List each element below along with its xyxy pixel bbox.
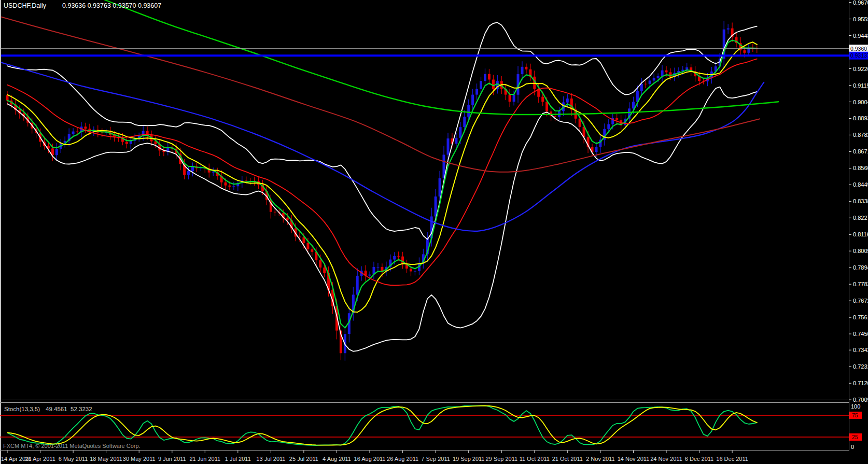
candle-body <box>492 80 495 90</box>
candle-body <box>439 178 441 196</box>
candle-body <box>566 99 569 103</box>
candle-body <box>595 147 598 152</box>
candles-layer <box>6 21 759 361</box>
candle-body <box>101 133 103 133</box>
candle-body <box>356 276 359 295</box>
date-tick-label: 7 Sep 2011 <box>421 456 450 462</box>
candle-body <box>743 50 746 53</box>
stoch-level-box-label: 75 <box>852 412 858 418</box>
price-tick-label: 0.70090 <box>853 397 868 403</box>
candle-body <box>376 267 379 268</box>
candle-body <box>319 260 321 268</box>
price-tick-label: 0.88930 <box>853 115 868 121</box>
time-axis[interactable]: 14 Apr 201126 Apr 20116 May 201118 May 2… <box>1 451 748 462</box>
date-tick-label: 21 Jun 2011 <box>189 456 220 462</box>
main-chart-plot[interactable] <box>0 0 778 361</box>
date-tick-label: 30 May 2011 <box>123 456 156 462</box>
candle-body <box>397 256 400 257</box>
price-tick-label: 0.71200 <box>853 380 868 386</box>
panel-separator[interactable] <box>0 400 849 403</box>
date-tick-label: 1 Jul 2011 <box>225 456 251 462</box>
candle-body <box>447 138 450 154</box>
candle-body <box>545 102 548 111</box>
mt4-chart-window: 10007525 0.967000.955900.944800.933700.9… <box>0 0 868 464</box>
candle-body <box>414 271 416 272</box>
date-tick-label: 19 Sep 2011 <box>453 456 485 462</box>
date-tick-label: 9 Jun 2011 <box>158 456 186 462</box>
candle-body <box>632 102 635 108</box>
stoch-value-signal: 52.3232 <box>71 406 92 412</box>
date-tick-label: 2 Nov 2011 <box>586 456 614 462</box>
date-tick-label: 13 Jul 2011 <box>256 456 285 462</box>
date-tick-label: 29 Sep 2011 <box>486 456 518 462</box>
candle-body <box>191 166 194 171</box>
stoch-signal-line <box>7 406 757 445</box>
date-tick-label: 16 Dec 2011 <box>716 456 748 462</box>
candle-body <box>225 182 227 186</box>
price-tick-label: 0.85600 <box>853 165 868 171</box>
candle-body <box>653 78 655 81</box>
price-tick-label: 0.87820 <box>853 132 868 138</box>
candle-body <box>410 269 412 272</box>
price-tick-label: 0.77830 <box>853 281 868 287</box>
candle-body <box>480 81 482 89</box>
price-tick-label: 0.84490 <box>853 181 868 188</box>
candle-body <box>607 124 610 129</box>
hline-price-box-label: 0.93137 <box>850 52 868 59</box>
candle-body <box>484 74 486 81</box>
candle-body <box>649 80 651 83</box>
date-tick-label: 6 May 2011 <box>59 456 88 462</box>
candle-body <box>393 256 396 260</box>
candle-body <box>311 249 313 252</box>
ma-line-ema-fast-green <box>7 40 757 328</box>
price-tick-label: 0.90040 <box>853 99 868 105</box>
date-tick-label: 24 Nov 2011 <box>650 456 682 462</box>
chart-title-ohlc: 0.93636 0.93763 0.93570 0.93607 <box>62 2 161 9</box>
candle-body <box>6 95 9 101</box>
price-tick-label: 0.76720 <box>853 298 868 304</box>
price-tick-label: 0.86710 <box>853 148 868 154</box>
candle-body <box>84 126 87 129</box>
date-tick-label: 4 Aug 2011 <box>323 456 351 462</box>
copyright-text: FXCM MT4, © 2001-2011 MetaQuotes Softwar… <box>3 443 141 449</box>
candle-body <box>455 138 457 144</box>
candle-body <box>467 105 470 117</box>
stoch-level-box-label: 25 <box>852 434 858 440</box>
current-price-box-label: 0.93607 <box>850 46 868 52</box>
candle-body <box>541 97 544 102</box>
candle-body <box>471 95 474 105</box>
candle-body <box>665 71 668 73</box>
candle-body <box>76 132 79 132</box>
candle-body <box>323 268 326 273</box>
candle-body <box>72 132 75 134</box>
price-tick-label: 0.92260 <box>853 66 868 72</box>
candle-body <box>463 117 466 127</box>
price-axis[interactable]: 0.967000.955900.944800.933700.922600.911… <box>849 0 868 403</box>
date-tick-label: 26 Aug 2011 <box>387 456 418 462</box>
candle-body <box>232 186 235 187</box>
candle-body <box>212 172 215 173</box>
date-tick-label: 18 May 2011 <box>90 456 122 462</box>
price-tick-label: 0.91150 <box>853 82 868 89</box>
candle-body <box>475 89 478 95</box>
stoch-value-main: 49.4561 <box>46 406 67 412</box>
price-tick-label: 0.81160 <box>853 231 868 237</box>
stoch-axis-label-100: 100 <box>851 403 860 410</box>
candle-body <box>661 71 664 76</box>
price-tick-label: 0.80050 <box>853 248 868 254</box>
price-tick-label: 0.82270 <box>853 215 868 221</box>
chart-title-symbol: USDCHF,Daily <box>4 2 47 9</box>
candle-body <box>125 142 128 144</box>
price-tick-label: 0.95590 <box>853 16 868 22</box>
date-tick-label: 26 Apr 2011 <box>25 456 55 462</box>
candle-body <box>645 84 647 85</box>
horizontal-lines-layer <box>0 49 849 56</box>
price-tick-label: 0.96700 <box>853 0 868 6</box>
price-tick-label: 0.73420 <box>853 347 868 353</box>
date-tick-label: 11 Oct 2011 <box>520 456 550 462</box>
candle-body <box>302 237 305 243</box>
candle-body <box>435 196 437 217</box>
ma-line-sma-red <box>7 59 757 286</box>
date-tick-label: 16 Aug 2011 <box>354 456 386 462</box>
ma-line-sma-slow-green <box>100 0 778 115</box>
